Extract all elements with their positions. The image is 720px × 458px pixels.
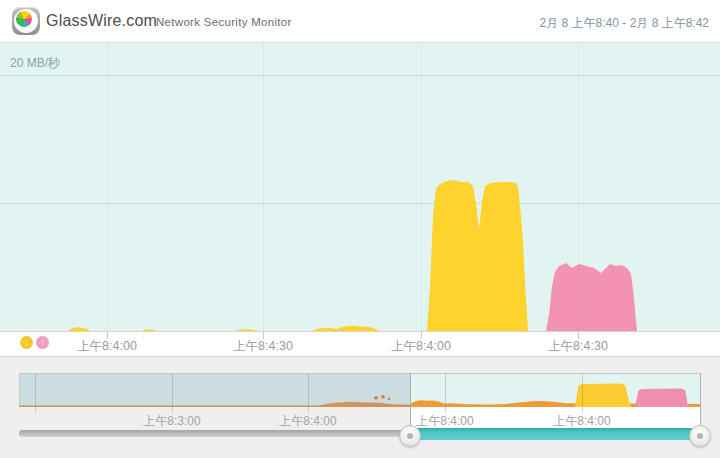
minimap-series-svg — [19, 373, 701, 407]
minimap-traffic-dots — [374, 395, 390, 400]
upload-arrow-icon: ↑ — [36, 336, 49, 349]
x-axis-label: 上午8:4:00 — [366, 338, 476, 355]
download-arrow-icon: ↓ — [20, 336, 33, 349]
range-handle-left[interactable] — [399, 425, 421, 447]
x-axis-label: 上午8:4:00 — [52, 338, 162, 355]
minimap-label: 上午8:3:00 — [117, 413, 227, 430]
date-range-label: 2月 8 上午8:40 - 2月 8 上午8:42 — [540, 15, 709, 32]
upload-spike-area — [546, 263, 637, 331]
minimap-tick — [172, 373, 173, 413]
minimap-upload-block — [635, 389, 688, 408]
x-axis-label: 上午8:4:30 — [523, 338, 633, 355]
timeline-selected-range[interactable] — [410, 428, 700, 440]
minimap-traffic-left — [19, 402, 410, 407]
download-bumps-area — [68, 326, 379, 331]
x-axis-strip: ↓ ↑ 上午8:4:00 上午8:4:30 上午8:4:00 上午8:4:30 — [0, 331, 720, 357]
brand-title: GlassWire.com — [46, 12, 157, 30]
gridline-v-2 — [263, 43, 264, 331]
gridline-v-3 — [421, 43, 422, 331]
minimap-tick — [308, 373, 309, 413]
minimap-tick — [582, 373, 583, 413]
minimap-tick — [445, 373, 446, 413]
traffic-series-svg — [0, 43, 720, 331]
glasswire-logo-icon — [12, 7, 40, 35]
y-scale-label: 20 MB/秒 — [10, 55, 60, 72]
traffic-graph[interactable]: 20 MB/秒 — [0, 43, 720, 331]
minimap-download-block — [575, 384, 632, 408]
minimap-tick — [35, 373, 36, 413]
app-subtitle: Network Security Monitor — [156, 16, 292, 28]
gridline-v-1 — [107, 43, 108, 331]
gridline-v-4 — [578, 43, 579, 331]
range-handle-right[interactable] — [689, 425, 711, 447]
x-axis-label: 上午8:4:30 — [208, 338, 318, 355]
download-spike-area — [427, 180, 528, 331]
minimap-label: 上午8:4:00 — [253, 413, 363, 430]
app-header: GlassWire.com Network Security Monitor 2… — [0, 0, 720, 43]
